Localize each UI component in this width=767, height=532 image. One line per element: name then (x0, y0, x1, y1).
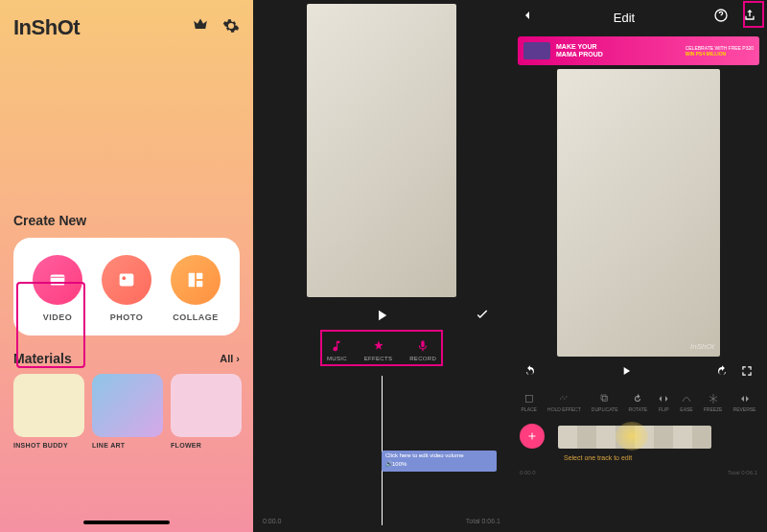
material-line-art[interactable]: LINE ART (92, 374, 163, 449)
tool-duplicate[interactable]: DUPLICATE (592, 393, 618, 412)
add-button[interactable] (520, 424, 545, 449)
volume-track[interactable]: Click here to edit video volume 🔊100% (382, 451, 497, 472)
ad-logo (523, 42, 550, 59)
watermark: InShOt (690, 342, 714, 351)
effects-tab[interactable]: EFFECTS (364, 339, 392, 361)
svg-rect-0 (51, 275, 65, 286)
play-button[interactable] (373, 307, 390, 328)
svg-rect-9 (601, 395, 606, 400)
timeline[interactable]: Select one track to edit 0:00.0 Total 0:… (510, 420, 767, 477)
time-total: Total 0:06.1 (728, 470, 757, 475)
share-button[interactable] (742, 8, 757, 27)
premium-icon[interactable] (192, 17, 209, 38)
fullscreen-button[interactable] (740, 364, 754, 382)
tool-reverse[interactable]: REVERSE (733, 393, 756, 412)
tool-flip[interactable]: FLIP (658, 393, 669, 412)
confirm-button[interactable] (474, 307, 491, 328)
svg-rect-4 (197, 273, 202, 279)
music-tab[interactable]: MUSIC (327, 339, 347, 361)
video-preview[interactable] (307, 4, 456, 297)
svg-rect-5 (197, 281, 202, 287)
create-photo-button[interactable]: PHOTO (102, 255, 151, 322)
back-button[interactable] (520, 8, 535, 27)
home-screen: InShOt Create New VIDEO PHOTO COLLAGE Ma… (0, 0, 253, 532)
timeline[interactable]: Click here to edit video volume 🔊100% 0:… (253, 376, 510, 532)
material-flower[interactable]: FLOWER (171, 374, 242, 449)
ad-banner[interactable]: MAKE YOURMAMA PROUD CELEBRATE WITH FREE … (518, 36, 759, 65)
video-preview[interactable]: InShOt (557, 69, 720, 357)
create-collage-button[interactable]: COLLAGE (171, 255, 221, 322)
material-inshot-buddy[interactable]: INSHOT BUDDY (13, 374, 84, 449)
svg-point-2 (122, 276, 126, 280)
tool-rotate[interactable]: ROTATE (629, 393, 648, 412)
svg-rect-7 (525, 396, 532, 403)
play-button[interactable] (619, 364, 633, 382)
music-screen: MUSIC EFFECTS RECORD Click here to edit … (253, 0, 510, 532)
tool-place[interactable]: PLACE (522, 393, 537, 412)
edit-screen: Edit MAKE YOURMAMA PROUD CELEBRATE WITH … (510, 0, 767, 532)
home-indicator (83, 520, 170, 524)
settings-icon[interactable] (222, 17, 240, 38)
materials-heading: Materials (13, 351, 72, 366)
playhead-marker[interactable] (616, 422, 648, 451)
tool-row: PLACE HOLD EFFECT DUPLICATE ROTATE FLIP … (510, 389, 767, 416)
undo-button[interactable] (523, 364, 537, 382)
materials-all-link[interactable]: All › (220, 353, 240, 364)
create-new-heading: Create New (13, 213, 240, 228)
svg-rect-3 (189, 273, 195, 288)
page-title: Edit (614, 11, 635, 25)
record-tab[interactable]: RECORD (409, 339, 436, 361)
time-current: 0:00.0 (263, 518, 281, 524)
svg-rect-1 (120, 274, 134, 287)
app-logo: InShOt (13, 15, 80, 40)
help-icon[interactable] (713, 8, 729, 27)
track-hint: Select one track to edit (564, 454, 632, 461)
redo-button[interactable] (715, 364, 729, 382)
time-total: Total 0:06.1 (466, 518, 500, 524)
tool-holdeffect[interactable]: HOLD EFFECT (547, 393, 581, 412)
create-card: VIDEO PHOTO COLLAGE (13, 238, 240, 335)
music-tabs: MUSIC EFFECTS RECORD (314, 334, 450, 367)
create-video-button[interactable]: VIDEO (33, 255, 82, 322)
time-current: 0:00.0 (520, 470, 536, 475)
svg-rect-8 (602, 397, 607, 402)
tool-freeze[interactable]: FREEZE (704, 393, 723, 412)
tool-ease[interactable]: EASE (680, 393, 692, 412)
